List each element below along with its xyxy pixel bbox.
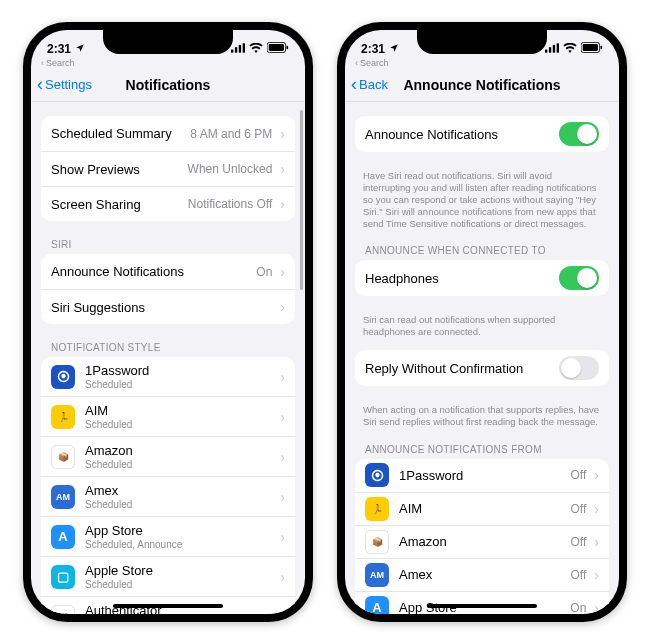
chevron-right-icon: › [594,534,599,550]
toggle-reply[interactable] [559,356,599,380]
settings-row[interactable]: Show Previews When Unlocked › [41,151,295,186]
app-icon: 🛡 [51,605,75,615]
page-title: Announce Notifications [403,77,560,93]
svg-rect-7 [545,50,547,53]
breadcrumb[interactable]: ‹ Search [31,58,305,68]
settings-row[interactable]: Announce Notifications On › [41,254,295,289]
chevron-right-icon: › [594,501,599,517]
app-row[interactable]: 🏃 AIM Scheduled › [41,396,295,436]
svg-rect-9 [553,45,555,53]
app-row[interactable]: A App Store Scheduled, Announce › [41,516,295,556]
svg-rect-1 [235,47,237,52]
group-siri: Announce Notifications On ›Siri Suggesti… [41,254,295,324]
chevron-right-icon: › [280,126,285,142]
notch [103,30,233,54]
clock: 2:31 [47,42,71,56]
chevron-left-icon: ‹ [37,74,43,95]
app-subtitle: Scheduled [85,419,276,430]
group-general: Scheduled Summary 8 AM and 6 PM ›Show Pr… [41,116,295,221]
chevron-right-icon: › [280,489,285,505]
app-row[interactable]: 🏃 AIM Off › [355,492,609,525]
footer-reply: When acting on a notification that suppo… [345,400,619,440]
app-row[interactable]: ⦿ 1Password Scheduled › [41,357,295,396]
app-row[interactable]: 📦 Amazon Scheduled › [41,436,295,476]
app-icon: AM [51,485,75,509]
row-label: Screen Sharing [51,197,188,212]
app-icon: 🏃 [51,405,75,429]
group-apps: ⦿ 1Password Scheduled ›🏃 AIM Scheduled ›… [41,357,295,614]
section-header-siri: SIRI [31,235,305,254]
row-label: Scheduled Summary [51,126,190,141]
settings-row[interactable]: Scheduled Summary 8 AM and 6 PM › [41,116,295,151]
nav-header: ‹ Settings Notifications [31,68,305,102]
row-headphones-toggle[interactable]: Headphones [355,260,609,296]
app-subtitle: Scheduled [85,579,276,590]
app-icon: ▢ [51,565,75,589]
chevron-right-icon: › [280,369,285,385]
clock: 2:31 [361,42,385,56]
home-indicator[interactable] [113,604,223,608]
battery-icon [581,42,603,56]
svg-rect-2 [239,45,241,53]
settings-row[interactable]: Siri Suggestions › [41,289,295,324]
back-button[interactable]: ‹ Settings [37,68,92,101]
svg-rect-5 [269,44,284,51]
chevron-right-icon: › [280,409,285,425]
app-row[interactable]: AM Amex Scheduled › [41,476,295,516]
svg-rect-6 [286,46,288,49]
toggle-headphones[interactable] [559,266,599,290]
app-icon: 📦 [365,530,389,554]
scrollbar[interactable] [300,110,303,290]
app-name: Apple Store [85,563,276,578]
wifi-icon [563,42,577,56]
chevron-right-icon: › [280,264,285,280]
back-button[interactable]: ‹ Back [351,68,388,101]
row-reply-toggle[interactable]: Reply Without Confirmation [355,350,609,386]
wifi-icon [249,42,263,56]
app-name: AIM [399,501,571,516]
app-subtitle: Scheduled [85,379,276,390]
nav-header: ‹ Back Announce Notifications [345,68,619,102]
chevron-right-icon: › [280,569,285,585]
app-name: Amazon [399,534,571,549]
chevron-left-icon: ‹ [355,58,358,68]
chevron-right-icon: › [280,449,285,465]
svg-rect-0 [231,50,233,53]
row-label: Announce Notifications [51,264,256,279]
row-announce-toggle[interactable]: Announce Notifications [355,116,609,152]
app-icon: 📦 [51,445,75,469]
chevron-left-icon: ‹ [41,58,44,68]
home-indicator[interactable] [427,604,537,608]
app-value: Off [571,568,587,582]
app-row[interactable]: 📦 Amazon Off › [355,525,609,558]
location-icon [389,42,399,56]
svg-rect-8 [549,47,551,52]
chevron-right-icon: › [280,299,285,315]
breadcrumb[interactable]: ‹ Search [345,58,619,68]
app-value: Off [571,535,587,549]
phone-left: 2:31 ‹ [23,22,313,622]
app-row[interactable]: A App Store On › [355,591,609,614]
app-name: AIM [85,403,276,418]
chevron-right-icon: › [280,529,285,545]
chevron-right-icon: › [594,600,599,614]
app-row[interactable]: AM Amex Off › [355,558,609,591]
app-subtitle: Scheduled [85,459,276,470]
toggle-announce[interactable] [559,122,599,146]
app-value: Off [571,502,587,516]
chevron-right-icon: › [594,567,599,583]
row-value: On [256,265,272,279]
battery-icon [267,42,289,56]
row-label: Show Previews [51,162,188,177]
section-header-from: ANNOUNCE NOTIFICATIONS FROM [345,440,619,459]
footer-main: Have Siri read out notifications. Siri w… [345,166,619,241]
app-row[interactable]: ▢ Apple Store Scheduled › [41,556,295,596]
chevron-right-icon: › [280,196,285,212]
settings-row[interactable]: Screen Sharing Notifications Off › [41,186,295,221]
signal-icon [545,42,559,56]
group-reply: Reply Without Confirmation [355,350,609,386]
app-row[interactable]: ⦿ 1Password Off › [355,459,609,492]
chevron-right-icon: › [594,467,599,483]
app-name: Amex [85,483,276,498]
app-icon: 🏃 [365,497,389,521]
